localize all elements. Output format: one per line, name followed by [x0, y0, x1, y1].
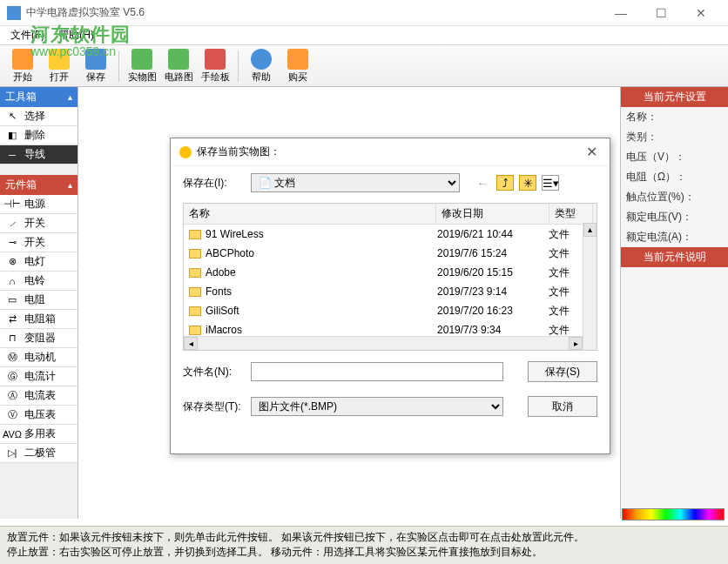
toolbar-open[interactable]: 打开 [42, 47, 77, 85]
status-line1: 放置元件：如果该元件按钮未按下，则先单击此元件按钮。 如果该元件按钮已按下，在实… [7, 530, 721, 545]
component-多用表[interactable]: AVΩ多用表 [0, 425, 78, 444]
component-变阻器[interactable]: ⊓变阻器 [0, 329, 78, 348]
dialog-close-button[interactable]: ✕ [583, 144, 601, 160]
toolbar-circuit[interactable]: 电路图 [161, 47, 196, 85]
component-电阻箱[interactable]: ⇄电阻箱 [0, 310, 78, 329]
component-icon: Ⓖ [3, 371, 21, 383]
setting-row: 额定电流(A)： [621, 227, 728, 247]
toolbar-realimg[interactable]: 实物图 [125, 47, 159, 85]
component-icon: ⊸ [3, 237, 21, 249]
setting-row: 类别： [621, 127, 728, 147]
sidebar: 工具箱▴ ↖选择 ◧删除 ─导线 元件箱▴ ⊣⊢电源⟋开关⊸开关⊗电灯∩电铃▭电… [0, 87, 78, 519]
folder-icon [189, 249, 201, 258]
folder-icon [189, 326, 201, 335]
setting-row: 触点位置(%)： [621, 187, 728, 207]
component-开关[interactable]: ⊸开关 [0, 233, 78, 252]
component-icon: ⊗ [3, 256, 21, 268]
save-dialog: 保存当前实物图： ✕ 保存在(I): 📄 文档 ← ⤴ ✳ ☰▾ 名称 修改日期… [170, 138, 610, 454]
component-开关[interactable]: ⟋开关 [0, 214, 78, 233]
toolbar-buy[interactable]: 购买 [280, 47, 315, 85]
filename-input[interactable] [251, 362, 503, 381]
component-电压表[interactable]: Ⓥ电压表 [0, 406, 78, 425]
window-title: 中学电路虚拟实验室 V5.6 [26, 5, 601, 20]
toolbar-start[interactable]: 开始 [5, 47, 40, 85]
component-icon: ∩ [3, 275, 21, 287]
component-icon: Ⓥ [3, 409, 21, 421]
desc-header: 当前元件说明 [621, 247, 728, 267]
file-row[interactable]: 91 WireLess2019/6/21 10:44文件 [184, 225, 597, 244]
component-icon: ▷| [3, 447, 21, 460]
component-电灯[interactable]: ⊗电灯 [0, 252, 78, 272]
nav-view-icon[interactable]: ☰▾ [542, 175, 559, 191]
color-bar[interactable] [622, 508, 725, 520]
setting-row: 电压（V）： [621, 147, 728, 167]
component-二极管[interactable]: ▷|二极管 [0, 444, 78, 463]
nav-back-icon[interactable]: ← [474, 175, 491, 191]
component-电动机[interactable]: Ⓜ电动机 [0, 348, 78, 367]
menubar: 文件(F) 帮助(H) [0, 26, 728, 45]
cursor-icon: ↖ [3, 111, 21, 123]
statusbar: 放置元件：如果该元件按钮未按下，则先单击此元件按钮。 如果该元件按钮已按下，在实… [0, 526, 728, 564]
hscrollbar[interactable]: ◂▸ [184, 336, 583, 350]
folder-icon [189, 268, 201, 278]
app-icon [7, 6, 21, 20]
save-button[interactable]: 保存(S) [528, 361, 597, 382]
component-icon: ⊓ [3, 332, 21, 345]
toolbar-save[interactable]: 保存 [78, 47, 113, 85]
toolbar-sep [238, 50, 239, 82]
folder-icon [189, 287, 201, 297]
toolbar-sep [118, 50, 119, 82]
tool-select[interactable]: ↖选择 [0, 107, 78, 126]
nav-up-icon[interactable]: ⤴ [496, 175, 514, 191]
cancel-button[interactable]: 取消 [528, 396, 597, 417]
vscrollbar[interactable]: ▴ [583, 223, 597, 350]
file-list: 名称 修改日期 类型 91 WireLess2019/6/21 10:44文件A… [183, 203, 597, 351]
tool-wire[interactable]: ─导线 [0, 145, 78, 164]
tool-delete[interactable]: ◧删除 [0, 126, 78, 145]
wire-icon: ─ [3, 149, 21, 161]
status-line2: 停止放置：右击实验区可停止放置，并切换到选择工具。 移动元件：用选择工具将实验区… [7, 545, 721, 560]
component-电流计[interactable]: Ⓖ电流计 [0, 367, 78, 386]
component-电流表[interactable]: Ⓐ电流表 [0, 386, 78, 406]
file-row[interactable]: ABCPhoto2019/7/6 15:24文件 [184, 244, 597, 263]
filetype-select[interactable]: 图片文件(*.BMP) [251, 397, 503, 416]
nav-newfolder-icon[interactable]: ✳ [519, 175, 536, 191]
file-list-header[interactable]: 名称 修改日期 类型 [184, 204, 597, 225]
eraser-icon: ◧ [3, 130, 21, 142]
component-icon: ⊣⊢ [3, 198, 21, 211]
menu-file[interactable]: 文件(F) [3, 26, 51, 44]
titlebar: 中学电路虚拟实验室 V5.6 — ☐ ✕ [0, 0, 728, 26]
toolbar-sketch[interactable]: 手绘板 [198, 47, 233, 85]
settings-header: 当前元件设置 [621, 87, 728, 107]
close-button[interactable]: ✕ [681, 0, 721, 26]
setting-row: 名称： [621, 107, 728, 127]
component-电源[interactable]: ⊣⊢电源 [0, 195, 78, 214]
component-icon: Ⓐ [3, 390, 21, 402]
minimize-button[interactable]: — [601, 0, 641, 26]
file-row[interactable]: Adobe2019/6/20 15:15文件 [184, 263, 597, 282]
component-电阻[interactable]: ▭电阻 [0, 291, 78, 310]
setting-row: 额定电压(V)： [621, 207, 728, 227]
setting-row: 电阻（Ω）： [621, 167, 728, 187]
component-icon: ▭ [3, 294, 21, 306]
component-icon: Ⓜ [3, 352, 21, 364]
bulb-icon [179, 146, 192, 158]
filename-label: 文件名(N): [183, 365, 244, 379]
toolbar: 开始 打开 保存 实物图 电路图 手绘板 帮助 购买 [0, 45, 728, 87]
components-header[interactable]: 元件箱▴ [0, 175, 78, 195]
menu-help[interactable]: 帮助(H) [51, 26, 101, 44]
maximize-button[interactable]: ☐ [641, 0, 681, 26]
file-row[interactable]: GiliSoft2019/7/20 16:23文件 [184, 301, 597, 320]
filetype-label: 保存类型(T): [183, 400, 244, 414]
folder-icon [189, 306, 201, 316]
component-icon: ⇄ [3, 313, 21, 326]
component-电铃[interactable]: ∩电铃 [0, 272, 78, 291]
folder-icon [189, 230, 201, 239]
component-icon: ⟋ [3, 218, 21, 230]
savein-label: 保存在(I): [183, 176, 244, 191]
file-row[interactable]: Fonts2019/7/23 9:14文件 [184, 282, 597, 301]
toolbar-help[interactable]: 帮助 [244, 47, 279, 85]
location-select[interactable]: 📄 文档 [251, 173, 460, 192]
toolbox-header[interactable]: 工具箱▴ [0, 87, 78, 107]
component-icon: AVΩ [3, 428, 21, 440]
